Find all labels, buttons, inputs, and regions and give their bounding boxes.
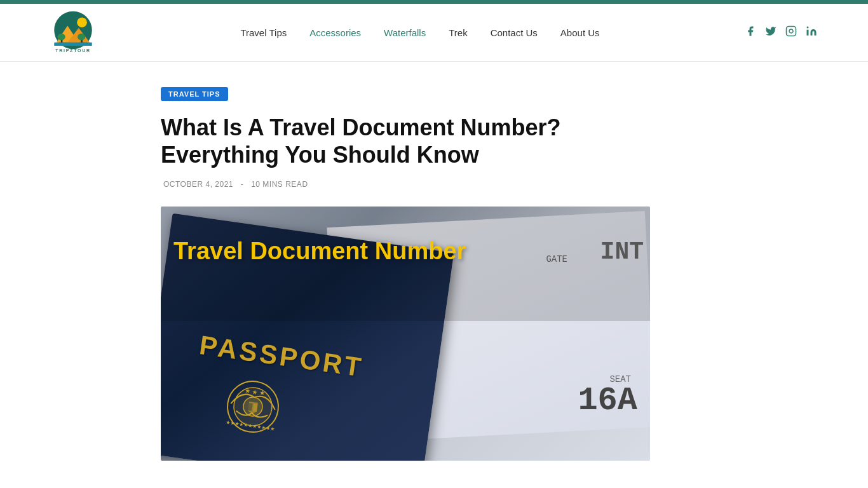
nav-contact-us[interactable]: Contact Us (491, 27, 538, 38)
svg-rect-8 (54, 43, 92, 46)
nav-about-us[interactable]: About Us (560, 27, 600, 38)
main-nav: Travel Tips Accessories Waterfalls Trek … (240, 27, 599, 38)
article-date: OCTOBER 4, 2021 (163, 180, 233, 189)
svg-point-5 (58, 34, 65, 41)
header: TRIPZTOUR Travel Tips Accessories Waterf… (0, 4, 868, 62)
article-meta: OCTOBER 4, 2021 - 10 MINS READ (161, 180, 707, 189)
linkedin-icon[interactable] (806, 25, 817, 39)
read-time: 10 MINS READ (251, 180, 308, 189)
logo-link[interactable]: TRIPZTOUR (51, 10, 95, 55)
meta-separator: - (241, 180, 244, 189)
facebook-icon[interactable] (745, 25, 756, 39)
nav-waterfalls[interactable]: Waterfalls (384, 27, 426, 38)
twitter-icon[interactable] (765, 25, 776, 39)
featured-image: N9541 Anco ML MJC-AOI GATE INT 03 FEB 20… (161, 207, 650, 461)
nav-trek[interactable]: Trek (449, 27, 467, 38)
main-content: TRAVEL TIPS What Is A Travel Document Nu… (148, 62, 720, 486)
svg-text:TRIPZTOUR: TRIPZTOUR (55, 48, 91, 53)
passport-scene: N9541 Anco ML MJC-AOI GATE INT 03 FEB 20… (161, 207, 650, 461)
svg-point-1 (77, 17, 87, 27)
svg-rect-10 (786, 27, 796, 36)
passport-emblem: ★ ★ ★ ★★★★★★★★★★★ (220, 375, 285, 440)
logo-icon: TRIPZTOUR (51, 10, 95, 55)
nav-accessories[interactable]: Accessories (309, 27, 361, 38)
article-title: What Is A Travel Document Number? Everyt… (161, 114, 669, 168)
social-icons (745, 25, 817, 39)
nav-travel-tips[interactable]: Travel Tips (240, 27, 287, 38)
svg-point-12 (806, 27, 808, 29)
svg-point-7 (78, 34, 85, 41)
overlay-image-title: Travel Document Number (161, 232, 503, 271)
boarding-16a: 16A (578, 382, 637, 419)
instagram-icon[interactable] (785, 25, 797, 39)
category-badge[interactable]: TRAVEL TIPS (161, 87, 228, 101)
